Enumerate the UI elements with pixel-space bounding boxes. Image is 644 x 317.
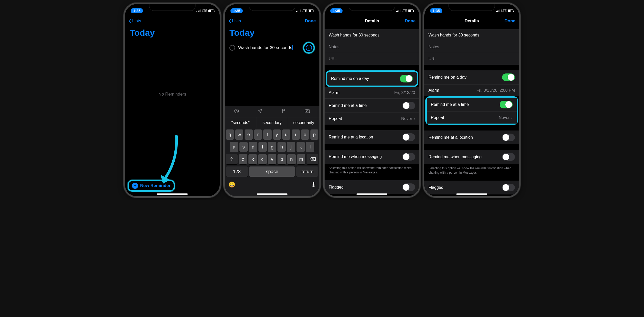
remind-day-row[interactable]: Remind me on a day <box>424 70 519 85</box>
info-button[interactable]: i <box>306 45 312 51</box>
key-j[interactable]: j <box>287 142 295 152</box>
remind-location-toggle[interactable] <box>502 134 515 141</box>
reminder-radio[interactable] <box>229 45 235 51</box>
remind-location-toggle[interactable] <box>402 133 415 141</box>
flagged-row[interactable]: Flagged <box>325 180 419 194</box>
title-field[interactable]: Wash hands for 30 seconds <box>325 29 419 41</box>
key-w[interactable]: w <box>235 129 244 140</box>
battery-icon <box>308 10 314 12</box>
flagged-toggle[interactable] <box>402 183 415 191</box>
remind-time-toggle[interactable] <box>402 102 415 109</box>
key-e[interactable]: e <box>245 129 253 140</box>
status-time: 1:35 <box>330 8 343 13</box>
back-label: Lists <box>232 18 241 24</box>
done-button[interactable]: Done <box>503 18 515 24</box>
home-indicator[interactable] <box>356 193 387 195</box>
suggestion-1[interactable]: "seconds" <box>225 117 256 128</box>
key-g[interactable]: g <box>268 142 276 152</box>
done-button[interactable]: Done <box>403 18 416 24</box>
notes-field[interactable]: Notes <box>325 41 419 53</box>
alarm-row[interactable]: Alarm Fri, 3/13/20 <box>325 87 419 99</box>
battery-icon <box>508 10 513 12</box>
notch <box>449 4 495 11</box>
key-c[interactable]: c <box>258 154 267 164</box>
key-o[interactable]: o <box>301 129 309 140</box>
clock-icon[interactable] <box>234 108 239 115</box>
repeat-row[interactable]: Repeat Never› <box>427 112 517 124</box>
emoji-button[interactable]: 😀 <box>228 181 235 189</box>
key-n[interactable]: n <box>287 154 296 164</box>
alarm-row[interactable]: Alarm Fri, 3/13/20, 2:00 PM <box>424 85 519 96</box>
key-v[interactable]: v <box>268 154 276 164</box>
location-icon[interactable] <box>257 108 263 115</box>
key-h[interactable]: h <box>278 142 286 152</box>
camera-icon[interactable] <box>305 108 310 115</box>
remind-day-toggle[interactable] <box>502 73 515 81</box>
url-field[interactable]: URL <box>325 53 419 65</box>
back-button[interactable]: Lists <box>228 18 241 24</box>
flag-icon[interactable] <box>281 108 286 115</box>
key-space[interactable]: space <box>249 166 295 177</box>
key-s[interactable]: s <box>239 142 248 152</box>
notes-field[interactable]: Notes <box>424 41 519 53</box>
suggestion-3[interactable]: secondarily <box>288 117 319 128</box>
remind-messaging-toggle[interactable] <box>502 153 515 161</box>
home-indicator[interactable] <box>456 193 487 195</box>
key-a[interactable]: a <box>230 142 238 152</box>
signal-icon <box>496 10 500 12</box>
key-r[interactable]: r <box>254 129 262 140</box>
key-shift[interactable]: ⇧ <box>226 154 238 164</box>
key-q[interactable]: q <box>226 129 234 140</box>
title-field[interactable]: Wash hands for 30 seconds <box>424 29 519 41</box>
key-return[interactable]: return <box>296 166 318 177</box>
key-b[interactable]: b <box>278 154 286 164</box>
key-f[interactable]: f <box>258 142 267 152</box>
plus-circle-icon: + <box>132 183 138 189</box>
key-backspace[interactable]: ⌫ <box>307 154 318 164</box>
phone-screen-3: 1:35 LTE Details Done Wash hands for 30 … <box>323 3 421 198</box>
key-123[interactable]: 123 <box>226 166 248 177</box>
empty-state: No Reminders <box>125 92 220 97</box>
key-i[interactable]: i <box>292 129 300 140</box>
remind-messaging-toggle[interactable] <box>402 153 415 161</box>
url-field[interactable]: URL <box>424 53 519 65</box>
key-x[interactable]: x <box>248 154 257 164</box>
chevron-right-icon: › <box>414 116 415 121</box>
annotation-highlight: i <box>303 42 315 54</box>
reminder-title-input[interactable]: Wash hands for 30 seconds <box>238 45 293 51</box>
back-button[interactable]: Lists <box>129 18 141 24</box>
remind-messaging-row[interactable]: Remind me when messaging <box>424 150 519 164</box>
key-d[interactable]: d <box>249 142 257 152</box>
page-title: Today <box>125 27 220 40</box>
messaging-footnote: Selecting this option will show the remi… <box>325 164 419 175</box>
reminder-row[interactable]: Wash hands for 30 seconds i <box>225 40 319 55</box>
home-indicator[interactable] <box>257 193 288 195</box>
remind-day-row[interactable]: Remind me on a day <box>327 72 417 86</box>
repeat-row[interactable]: Repeat Never› <box>325 113 419 125</box>
key-l[interactable]: l <box>306 142 314 152</box>
key-z[interactable]: z <box>239 154 247 164</box>
remind-day-toggle[interactable] <box>400 75 413 82</box>
key-t[interactable]: t <box>263 129 272 140</box>
done-button[interactable]: Done <box>305 18 316 24</box>
key-m[interactable]: m <box>297 154 306 164</box>
remind-time-row[interactable]: Remind me at a time <box>427 98 517 112</box>
key-u[interactable]: u <box>282 129 290 140</box>
home-indicator[interactable] <box>157 193 188 195</box>
key-k[interactable]: k <box>297 142 305 152</box>
remind-location-row[interactable]: Remind me at a location <box>325 130 419 144</box>
phone-screen-4: 1:35 LTE Details Done Wash hands for 30 … <box>423 3 521 198</box>
remind-messaging-row[interactable]: Remind me when messaging <box>325 150 419 164</box>
keyboard-suggestions: "seconds" secondary secondarily <box>225 117 319 128</box>
remind-time-row[interactable]: Remind me at a time <box>325 99 419 113</box>
suggestion-2[interactable]: secondary <box>256 117 288 128</box>
dictation-button[interactable] <box>311 181 316 189</box>
key-p[interactable]: p <box>310 129 319 140</box>
nav-title: Details <box>441 18 503 24</box>
status-right: LTE <box>296 9 314 13</box>
remind-time-toggle[interactable] <box>500 101 513 108</box>
key-y[interactable]: y <box>273 129 281 140</box>
remind-location-row[interactable]: Remind me at a location <box>424 130 519 144</box>
flagged-row[interactable]: Flagged <box>424 181 519 194</box>
flagged-toggle[interactable] <box>502 184 515 191</box>
